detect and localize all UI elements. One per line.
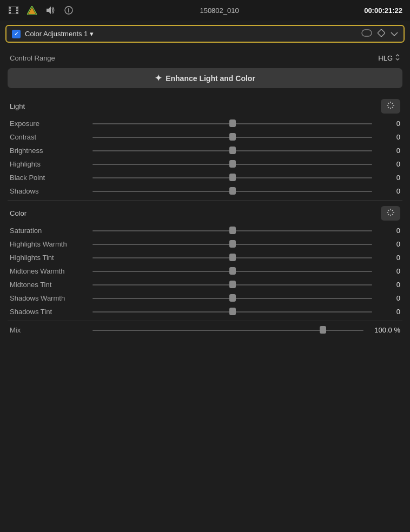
slider-track-container[interactable] (92, 270, 372, 272)
light-magic-button[interactable] (381, 99, 400, 114)
slider-value: 0 (376, 174, 400, 182)
svg-line-19 (392, 107, 393, 108)
slider-track-container[interactable] (92, 136, 372, 138)
slider-label: Black Point (10, 174, 88, 182)
slider-track-container[interactable] (92, 311, 372, 313)
slider-row: Exposure0 (8, 117, 402, 130)
timecode-static: 00:00: (364, 6, 385, 15)
svg-rect-4 (16, 7, 18, 9)
slider-track-container[interactable] (92, 243, 372, 245)
svg-line-28 (392, 210, 393, 211)
slider-track-container[interactable] (92, 163, 372, 165)
enable-checkbox[interactable]: ✓ (12, 30, 21, 38)
light-sliders: Exposure0Contrast0Brightness0Highlights0… (8, 117, 402, 198)
adjustment-header-left: ✓ Color Adjustments 1 ▾ (12, 30, 94, 38)
slider-thumb[interactable] (229, 267, 236, 275)
slider-value: 0 (376, 187, 400, 195)
slider-label: Saturation (10, 227, 88, 235)
slider-value: 0 (376, 160, 400, 168)
triangle-icon[interactable] (26, 4, 38, 16)
slider-track-container[interactable] (92, 230, 372, 232)
mix-label: Mix (10, 326, 88, 334)
film-icon[interactable] (8, 4, 19, 16)
slider-thumb[interactable] (229, 160, 236, 168)
slider-thumb[interactable] (229, 133, 236, 141)
slider-value: 0 (376, 227, 400, 235)
slider-value: 0 (376, 308, 400, 316)
slider-track-container[interactable] (92, 190, 372, 192)
adjustment-header-right (361, 29, 398, 38)
oval-icon[interactable] (361, 29, 372, 38)
slider-value: 0 (376, 240, 400, 248)
slider-thumb[interactable] (229, 227, 236, 234)
svg-rect-5 (16, 10, 18, 11)
divider-color-mix (8, 321, 402, 321)
slider-row: Midtones Warmth0 (8, 264, 402, 278)
color-magic-button[interactable] (381, 206, 400, 221)
slider-row: Black Point0 (8, 171, 402, 184)
slider-label: Highlights (10, 160, 88, 168)
slider-track-container[interactable] (92, 150, 372, 152)
slider-label: Brightness (10, 147, 88, 155)
slider-thumb[interactable] (229, 147, 236, 154)
svg-line-29 (388, 214, 389, 215)
adjustment-name: Color Adjustments 1 ▾ (25, 30, 94, 38)
svg-rect-3 (9, 12, 11, 14)
speaker-icon[interactable] (44, 4, 56, 16)
color-sliders: Saturation0Highlights Warmth0Highlights … (8, 224, 402, 318)
color-magic-icon (386, 208, 395, 218)
timecode-dynamic: 21:22 (385, 6, 402, 15)
control-range-row: Control Range HLG (8, 50, 402, 66)
mix-slider[interactable] (92, 329, 363, 331)
divider-light-color (8, 200, 402, 201)
slider-track-container[interactable] (92, 284, 372, 286)
slider-track-container[interactable] (92, 177, 372, 179)
svg-rect-2 (9, 10, 11, 11)
slider-track-container[interactable] (92, 257, 372, 259)
slider-value: 0 (376, 133, 400, 141)
slider-value: 0 (376, 119, 400, 128)
slider-thumb[interactable] (229, 308, 236, 315)
slider-row: Shadows Warmth0 (8, 291, 402, 305)
slider-thumb[interactable] (229, 294, 236, 302)
slider-label: Shadows Warmth (10, 294, 88, 302)
light-magic-icon (386, 101, 395, 111)
slider-label: Contrast (10, 133, 88, 141)
top-bar: i 150802_010 00:00:21:22 (0, 0, 410, 21)
slider-row: Midtones Tint0 (8, 278, 402, 291)
slider-label: Exposure (10, 119, 88, 128)
mix-value: 100.0 % (368, 326, 400, 334)
slider-track-container[interactable] (92, 297, 372, 300)
adjustment-header: ✓ Color Adjustments 1 ▾ (5, 25, 405, 43)
slider-thumb[interactable] (229, 281, 236, 288)
slider-row: Shadows0 (8, 184, 402, 198)
slider-label: Midtones Tint (10, 281, 88, 289)
slider-value: 0 (376, 254, 400, 262)
slider-track-container[interactable] (92, 123, 372, 125)
svg-rect-6 (16, 12, 18, 14)
mix-thumb[interactable] (320, 326, 326, 334)
slider-thumb[interactable] (229, 187, 236, 195)
timecode: 00:00:21:22 (364, 6, 402, 15)
hlg-select[interactable]: HLG (378, 54, 400, 63)
color-section-header: Color (8, 203, 402, 223)
slider-thumb[interactable] (229, 240, 236, 248)
control-range-label: Control Range (10, 54, 55, 62)
slider-thumb[interactable] (229, 119, 236, 127)
slider-label: Shadows (10, 187, 88, 195)
hlg-arrows (395, 54, 400, 63)
chevron-down-icon[interactable] (391, 29, 398, 38)
panel-body: Control Range HLG ✦ Enhance Light and Co… (0, 47, 410, 344)
slider-value: 0 (376, 281, 400, 289)
slider-label: Midtones Warmth (10, 267, 88, 275)
slider-thumb[interactable] (229, 254, 236, 261)
enhance-button[interactable]: ✦ Enhance Light and Color (8, 68, 402, 88)
light-title: Light (10, 102, 25, 110)
slider-row: Shadows Tint0 (8, 305, 402, 318)
mix-row: Mix 100.0 % (8, 323, 402, 337)
slider-thumb[interactable] (229, 174, 236, 181)
diamond-icon[interactable] (378, 29, 385, 38)
slider-row: Highlights0 (8, 157, 402, 171)
enhance-label: Enhance Light and Color (166, 74, 255, 83)
info-icon[interactable]: i (63, 4, 75, 16)
